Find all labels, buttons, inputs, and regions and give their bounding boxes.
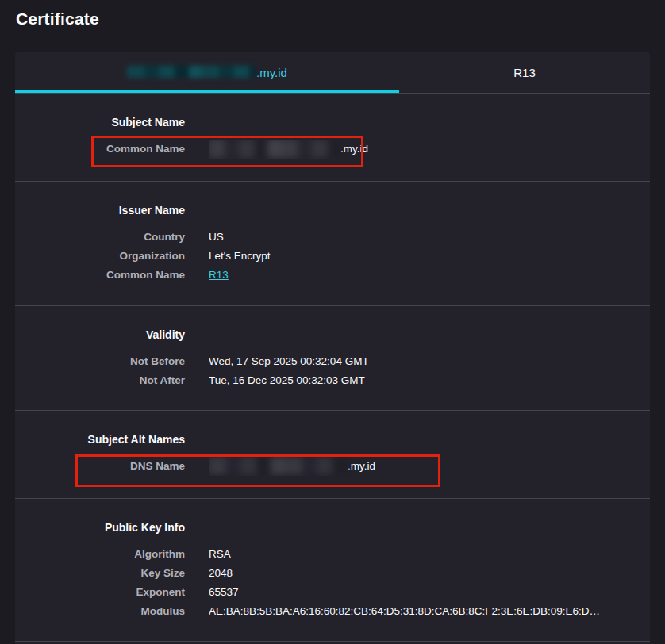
modulus-value: AE:BA:8B:5B:BA:A6:16:60:82:CB:64:D5:31:8…	[209, 602, 650, 621]
certificate-panel: .my.id R13 Subject Name Common Name .my.…	[15, 52, 650, 644]
page-title: Certificate	[16, 10, 99, 29]
section-next-cutoff	[15, 641, 650, 644]
country-label: Country	[15, 228, 185, 247]
key-size-row: Key Size 2048	[15, 564, 650, 583]
dns-name-row: DNS Name .my.id	[15, 457, 650, 476]
tab-domain-certificate[interactable]: .my.id	[15, 52, 399, 93]
tab-domain-suffix: .my.id	[256, 66, 287, 79]
not-after-value: Tue, 16 Dec 2025 00:32:03 GMT	[209, 371, 650, 390]
algorithm-label: Algorithm	[15, 545, 185, 564]
section-issuer-name: Issuer Name Country US Organization Let'…	[15, 181, 650, 305]
dns-name-label: DNS Name	[15, 457, 185, 476]
organization-label: Organization	[15, 247, 185, 266]
modulus-row: Modulus AE:BA:8B:5B:BA:A6:16:60:82:CB:64…	[15, 602, 650, 621]
key-size-value: 2048	[209, 564, 650, 583]
not-before-row: Not Before Wed, 17 Sep 2025 00:32:04 GMT	[15, 352, 650, 371]
tab-issuer-r13[interactable]: R13	[399, 52, 650, 93]
not-after-label: Not After	[15, 371, 185, 390]
country-row: Country US	[15, 228, 650, 247]
subject-alt-names-heading: Subject Alt Names	[15, 433, 185, 447]
dns-name-value: .my.id	[209, 457, 650, 476]
section-subject-alt-names: Subject Alt Names DNS Name .my.id	[15, 410, 650, 498]
issuer-common-name-value: R13	[209, 266, 650, 285]
section-subject-name: Subject Name Common Name .my.id	[15, 94, 650, 181]
section-validity: Validity Not Before Wed, 17 Sep 2025 00:…	[15, 305, 650, 410]
validity-heading: Validity	[15, 328, 185, 342]
key-size-label: Key Size	[15, 564, 185, 583]
not-after-row: Not After Tue, 16 Dec 2025 00:32:03 GMT	[15, 371, 650, 390]
modulus-label: Modulus	[15, 602, 185, 621]
organization-row: Organization Let's Encrypt	[15, 247, 650, 266]
not-before-value: Wed, 17 Sep 2025 00:32:04 GMT	[209, 352, 650, 371]
subject-name-heading: Subject Name	[15, 116, 185, 129]
issuer-name-heading: Issuer Name	[15, 204, 185, 217]
section-public-key-info: Public Key Info Algorithm RSA Key Size 2…	[15, 498, 650, 641]
not-before-label: Not Before	[15, 352, 185, 371]
redacted-domain-blur	[127, 66, 256, 78]
active-tab-underline	[15, 90, 399, 93]
common-name-value: .my.id	[209, 140, 650, 159]
redacted-dns-name-blur	[209, 457, 347, 474]
public-key-info-heading: Public Key Info	[15, 521, 185, 535]
redacted-common-name-blur	[209, 140, 340, 158]
issuer-r13-link[interactable]: R13	[209, 269, 229, 281]
algorithm-row: Algorithm RSA	[15, 545, 650, 564]
country-value: US	[209, 228, 650, 247]
exponent-value: 65537	[209, 583, 650, 602]
common-name-label: Common Name	[15, 140, 185, 159]
tab-issuer-label: R13	[513, 66, 536, 79]
certificate-tab-bar: .my.id R13	[15, 52, 650, 94]
organization-value: Let's Encrypt	[209, 247, 650, 266]
issuer-common-name-label: Common Name	[15, 266, 185, 285]
exponent-label: Exponent	[15, 583, 185, 602]
algorithm-value: RSA	[209, 545, 650, 564]
issuer-common-name-row: Common Name R13	[15, 266, 650, 285]
exponent-row: Exponent 65537	[15, 583, 650, 602]
common-name-row: Common Name .my.id	[15, 140, 650, 159]
